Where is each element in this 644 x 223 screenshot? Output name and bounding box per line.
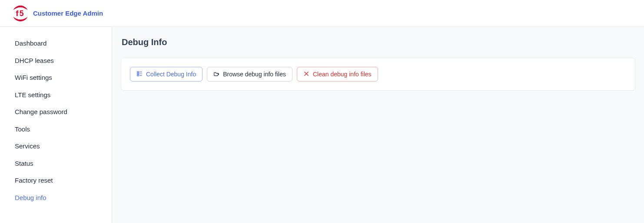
sidebar-item-services[interactable]: Services [0, 138, 112, 155]
share-icon [136, 71, 143, 78]
sidebar-item-debug-info[interactable]: Debug info [0, 189, 112, 207]
collect-label: Collect Debug Info [146, 71, 196, 78]
svg-rect-5 [137, 75, 139, 75]
sidebar-nav: Dashboard DHCP leases WiFi settings LTE … [0, 27, 112, 223]
f5-logo-icon: f 5 [12, 5, 29, 22]
close-icon [303, 71, 309, 78]
sidebar-item-dashboard[interactable]: Dashboard [0, 35, 112, 52]
svg-text:5: 5 [20, 9, 24, 18]
sidebar-item-wifi-settings[interactable]: WiFi settings [0, 69, 112, 86]
sidebar-item-factory-reset[interactable]: Factory reset [0, 172, 112, 189]
svg-rect-3 [137, 71, 139, 72]
folder-open-icon [213, 71, 219, 78]
clean-label: Clean debug info files [313, 71, 372, 78]
app-header: f 5 Customer Edge Admin [0, 0, 644, 27]
action-button-row: Collect Debug Info Browse debug info fil… [130, 67, 626, 82]
svg-text:f: f [16, 9, 19, 18]
clean-debug-files-button[interactable]: Clean debug info files [297, 67, 378, 82]
sidebar-item-lte-settings[interactable]: LTE settings [0, 86, 112, 104]
sidebar-item-tools[interactable]: Tools [0, 121, 112, 138]
main-layout: Dashboard DHCP leases WiFi settings LTE … [0, 27, 644, 223]
brand-title: Customer Edge Admin [33, 10, 103, 17]
sidebar-item-dhcp-leases[interactable]: DHCP leases [0, 52, 112, 69]
collect-debug-info-button[interactable]: Collect Debug Info [130, 67, 202, 82]
browse-debug-files-button[interactable]: Browse debug info files [207, 67, 292, 82]
browse-label: Browse debug info files [223, 71, 286, 78]
brand-logo: f 5 [12, 5, 29, 22]
main-content: Debug Info Collect Debug Info [112, 27, 644, 223]
debug-actions-card: Collect Debug Info Browse debug info fil… [121, 58, 635, 91]
page-title: Debug Info [122, 37, 635, 47]
sidebar-item-status[interactable]: Status [0, 155, 112, 172]
sidebar-item-change-password[interactable]: Change password [0, 103, 112, 121]
svg-rect-4 [137, 73, 139, 74]
